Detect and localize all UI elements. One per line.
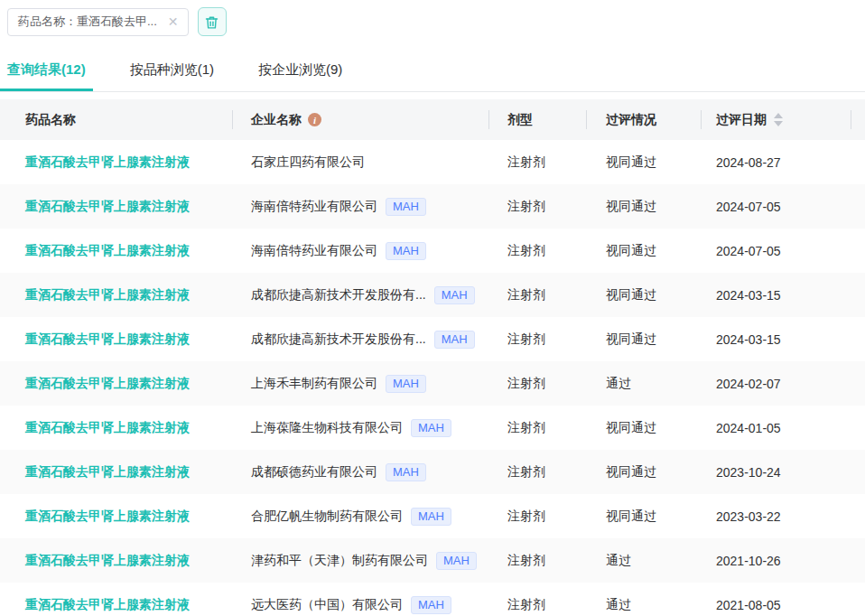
mah-badge: MAH	[411, 419, 451, 437]
approval-date: 2024-03-15	[702, 332, 851, 347]
drug-name-link[interactable]: 重酒石酸去甲肾上腺素注射液	[25, 509, 190, 523]
column-header-approval-status: 过评情况	[587, 99, 702, 140]
company-name: 合肥亿帆生物制药有限公司	[251, 509, 403, 525]
approval-status: 视同通过	[587, 420, 702, 436]
approval-status: 视同通过	[587, 243, 702, 259]
query-results-page: 药品名称：重酒石酸去甲... ✕ 查询结果(12) 按品种浏览(1) 按企业浏览…	[0, 0, 865, 616]
dosage-form: 注射剂	[489, 509, 587, 525]
table-header: 药品名称 企业名称 i 剂型 过评情况 过评日期	[0, 99, 865, 140]
filter-bar: 药品名称：重酒石酸去甲... ✕	[0, 0, 865, 36]
approval-status: 通过	[587, 597, 702, 613]
drug-name-link[interactable]: 重酒石酸去甲肾上腺素注射液	[25, 287, 190, 302]
dosage-form: 注射剂	[489, 243, 587, 259]
drug-name-link[interactable]: 重酒石酸去甲肾上腺素注射液	[25, 464, 190, 479]
dosage-form: 注射剂	[489, 287, 587, 303]
table-row: 重酒石酸去甲肾上腺素注射液 远大医药（中国）有限公司 MAH 注射剂 通过 20…	[0, 583, 865, 616]
approval-date: 2024-03-15	[702, 288, 851, 303]
approval-date: 2024-01-05	[702, 421, 851, 435]
sort-descending-icon	[774, 121, 783, 126]
approval-date: 2021-08-05	[702, 598, 851, 612]
tab-browse-by-company[interactable]: 按企业浏览(9)	[251, 53, 349, 91]
company-name: 上海葆隆生物科技有限公司	[251, 420, 403, 436]
table-row: 重酒石酸去甲肾上腺素注射液 成都欣捷高新技术开发股份有... MAH 注射剂 视…	[0, 317, 865, 361]
approval-date: 2021-10-26	[702, 554, 851, 568]
mah-badge: MAH	[436, 552, 477, 570]
column-header-approval-date: 过评日期	[702, 99, 851, 140]
company-name: 上海禾丰制药有限公司	[251, 376, 377, 392]
table-row: 重酒石酸去甲肾上腺素注射液 合肥亿帆生物制药有限公司 MAH 注射剂 视同通过 …	[0, 494, 865, 538]
approval-date: 2023-10-24	[702, 465, 851, 480]
company-name: 成都硕德药业有限公司	[251, 464, 377, 481]
approval-status: 视同通过	[587, 464, 702, 481]
column-header-drug-name: 药品名称	[0, 99, 233, 140]
dosage-form: 注射剂	[489, 420, 587, 436]
approval-date: 2024-07-05	[702, 200, 851, 214]
approval-status: 视同通过	[587, 199, 702, 215]
column-header-dosage-form: 剂型	[489, 99, 587, 140]
table-row: 重酒石酸去甲肾上腺素注射液 上海禾丰制药有限公司 MAH 注射剂 通过 2024…	[0, 361, 865, 406]
tab-query-results[interactable]: 查询结果(12)	[0, 53, 93, 91]
mah-badge: MAH	[434, 331, 475, 349]
dosage-form: 注射剂	[489, 464, 587, 481]
company-name: 远大医药（中国）有限公司	[251, 597, 403, 613]
company-name: 海南倍特药业有限公司	[251, 199, 377, 215]
approval-status: 视同通过	[587, 287, 702, 303]
approval-date: 2024-07-05	[702, 244, 851, 258]
approval-date: 2024-02-07	[702, 377, 851, 391]
dosage-form: 注射剂	[489, 553, 587, 569]
tab-browse-by-variety[interactable]: 按品种浏览(1)	[123, 53, 221, 91]
results-table: 药品名称 企业名称 i 剂型 过评情况 过评日期 重酒石酸去甲肾上	[0, 99, 865, 616]
approval-status: 视同通过	[587, 331, 702, 348]
approval-status: 通过	[587, 553, 702, 569]
column-header-company-name: 企业名称 i	[233, 99, 489, 140]
mah-badge: MAH	[386, 198, 426, 216]
approval-date: 2024-08-27	[702, 155, 851, 170]
company-name: 成都欣捷高新技术开发股份有...	[251, 287, 426, 303]
sort-ascending-icon	[774, 113, 783, 118]
drug-name-link[interactable]: 重酒石酸去甲肾上腺素注射液	[25, 376, 190, 390]
drug-name-link[interactable]: 重酒石酸去甲肾上腺素注射液	[25, 597, 190, 611]
company-name: 成都欣捷高新技术开发股份有...	[251, 331, 426, 348]
info-icon[interactable]: i	[308, 113, 321, 126]
table-row: 重酒石酸去甲肾上腺素注射液 石家庄四药有限公司 MAH 注射剂 视同通过 202…	[0, 140, 865, 184]
table-row: 重酒石酸去甲肾上腺素注射液 成都欣捷高新技术开发股份有... MAH 注射剂 视…	[0, 273, 865, 317]
trash-icon	[204, 14, 219, 30]
filter-chip-label: 药品名称：重酒石酸去甲...	[18, 14, 157, 30]
mah-badge: MAH	[386, 242, 426, 260]
table-row: 重酒石酸去甲肾上腺素注射液 上海葆隆生物科技有限公司 MAH 注射剂 视同通过 …	[0, 406, 865, 450]
mah-badge: MAH	[434, 286, 475, 304]
dosage-form: 注射剂	[489, 331, 587, 348]
company-name: 海南倍特药业有限公司	[251, 243, 377, 259]
drug-name-link[interactable]: 重酒石酸去甲肾上腺素注射液	[25, 199, 190, 213]
mah-badge: MAH	[386, 375, 426, 393]
column-header-extra	[851, 99, 865, 140]
mah-badge: MAH	[411, 508, 451, 526]
table-row: 重酒石酸去甲肾上腺素注射液 成都硕德药业有限公司 MAH 注射剂 视同通过 20…	[0, 450, 865, 494]
dosage-form: 注射剂	[489, 376, 587, 392]
mah-badge: MAH	[411, 596, 451, 614]
company-name: 津药和平（天津）制药有限公司	[251, 553, 428, 569]
mah-badge: MAH	[386, 463, 426, 481]
approval-status: 视同通过	[587, 154, 702, 171]
table-row: 重酒石酸去甲肾上腺素注射液 津药和平（天津）制药有限公司 MAH 注射剂 通过 …	[0, 538, 865, 583]
drug-name-link[interactable]: 重酒石酸去甲肾上腺素注射液	[25, 331, 190, 346]
drug-name-link[interactable]: 重酒石酸去甲肾上腺素注射液	[25, 420, 190, 434]
drug-name-link[interactable]: 重酒石酸去甲肾上腺素注射液	[25, 243, 190, 257]
drug-name-link[interactable]: 重酒石酸去甲肾上腺素注射液	[25, 553, 190, 567]
dosage-form: 注射剂	[489, 154, 587, 171]
company-name: 石家庄四药有限公司	[251, 154, 365, 171]
approval-date: 2023-03-22	[702, 509, 851, 524]
approval-status: 视同通过	[587, 509, 702, 525]
drug-name-link[interactable]: 重酒石酸去甲肾上腺素注射液	[25, 154, 190, 169]
tab-bar: 查询结果(12) 按品种浏览(1) 按企业浏览(9)	[0, 53, 865, 92]
sort-icon[interactable]	[774, 113, 783, 126]
table-row: 重酒石酸去甲肾上腺素注射液 海南倍特药业有限公司 MAH 注射剂 视同通过 20…	[0, 229, 865, 273]
dosage-form: 注射剂	[489, 597, 587, 613]
clear-filters-button[interactable]	[198, 7, 227, 36]
table-row: 重酒石酸去甲肾上腺素注射液 海南倍特药业有限公司 MAH 注射剂 视同通过 20…	[0, 184, 865, 229]
table-body: 重酒石酸去甲肾上腺素注射液 石家庄四药有限公司 MAH 注射剂 视同通过 202…	[0, 140, 865, 616]
close-icon[interactable]: ✕	[168, 15, 179, 28]
dosage-form: 注射剂	[489, 199, 587, 215]
filter-chip-drug-name[interactable]: 药品名称：重酒石酸去甲... ✕	[7, 8, 189, 36]
approval-status: 通过	[587, 376, 702, 392]
